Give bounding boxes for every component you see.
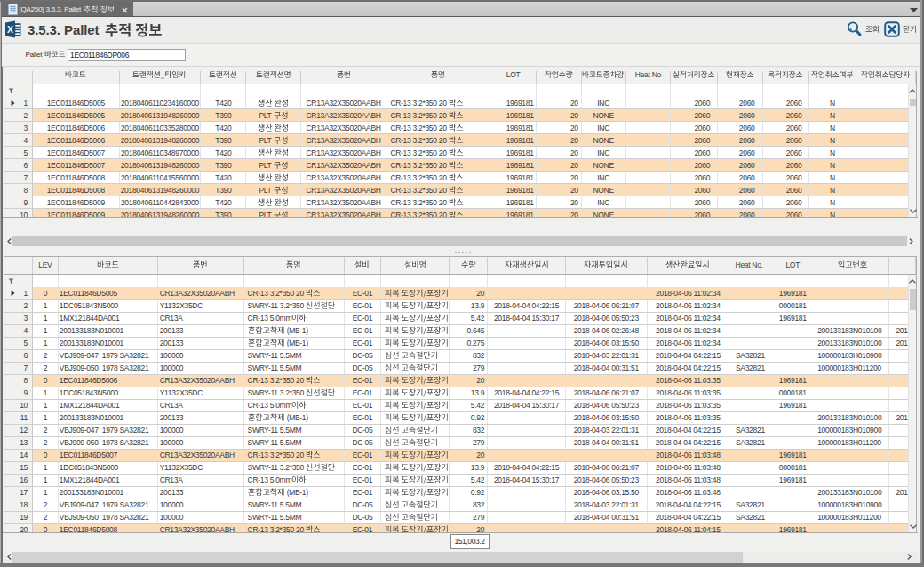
- svg-text:X: X: [7, 24, 13, 35]
